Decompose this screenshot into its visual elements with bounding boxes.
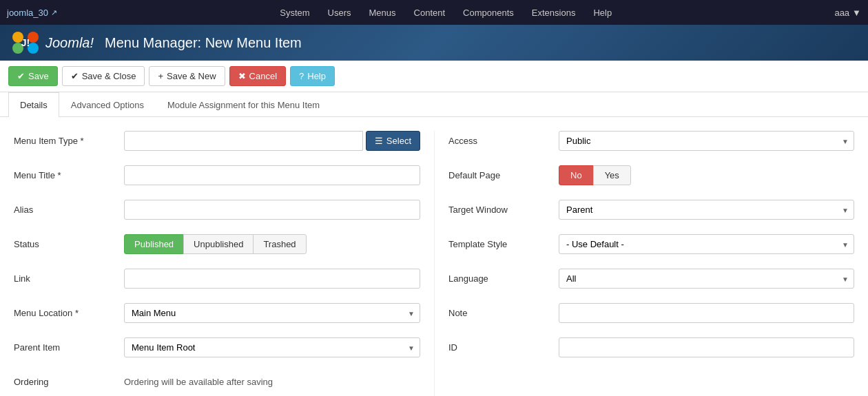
help-button[interactable]: ? Help <box>290 66 335 86</box>
menu-title-label: Menu Title * <box>14 165 124 180</box>
note-group: Note <box>448 303 854 326</box>
parent-item-group: Parent Item Menu Item Root ▼ <box>14 337 420 361</box>
username: aaa <box>834 8 849 18</box>
topbar-nav: System Users Menus Content Components Ex… <box>271 3 620 22</box>
alias-group: Alias <box>14 200 420 223</box>
menu-location-select-wrapper: Main Menu ▼ <box>124 303 420 323</box>
access-select-wrapper: Public Guest Registered Special Super Us… <box>559 131 854 151</box>
joomla-logo: J! Joomla! <box>11 30 94 55</box>
link-group: Link index.php?option=com_realestatema <box>14 269 420 292</box>
language-label: Language <box>448 269 559 284</box>
access-label: Access <box>448 131 559 146</box>
alias-input[interactable] <box>124 200 420 220</box>
default-page-no-button[interactable]: No <box>559 165 594 185</box>
nav-extensions[interactable]: Extensions <box>524 3 584 22</box>
nav-system[interactable]: System <box>271 3 318 22</box>
id-input[interactable]: 0 <box>559 337 854 357</box>
nav-menus[interactable]: Menus <box>361 3 404 22</box>
menu-item-type-group: Menu Item Type * All Categories ☰ Select <box>14 131 420 154</box>
status-published-button[interactable]: Published <box>124 234 184 254</box>
target-window-group: Target Window Parent New Window With Nav… <box>448 200 854 223</box>
toolbar: ✔ Save ✔ Save & Close + Save & New ✖ Can… <box>0 61 868 92</box>
link-label: Link <box>14 269 124 284</box>
access-select[interactable]: Public Guest Registered Special Super Us… <box>559 131 854 151</box>
status-unpublished-button[interactable]: Unpublished <box>183 234 254 254</box>
user-dropdown-icon: ▼ <box>852 8 861 18</box>
nav-content[interactable]: Content <box>406 3 454 22</box>
menu-item-type-input-group: All Categories ☰ Select <box>124 131 420 151</box>
menu-location-group: Menu Location * Main Menu ▼ <box>14 303 420 326</box>
left-column: Menu Item Type * All Categories ☰ Select… <box>14 131 434 396</box>
cancel-button[interactable]: ✖ Cancel <box>229 66 286 86</box>
default-page-group: Default Page No Yes <box>448 165 854 189</box>
topbar: joomla_30 ↗ System Users Menus Content C… <box>0 0 868 25</box>
nav-help[interactable]: Help <box>585 3 620 22</box>
topbar-left: joomla_30 ↗ <box>7 8 57 18</box>
page-title: Menu Manager: New Menu Item <box>105 35 302 51</box>
ordering-label: Ordering <box>14 372 124 387</box>
default-page-yes-button[interactable]: Yes <box>593 165 631 185</box>
right-column: Access Public Guest Registered Special S… <box>434 131 854 396</box>
save-close-icon: ✔ <box>71 71 79 81</box>
default-page-toggle: No Yes <box>559 165 854 185</box>
status-button-group: Published Unpublished Trashed <box>124 234 420 254</box>
joomla-logo-icon: J! <box>11 30 40 55</box>
template-style-label: Template Style <box>448 234 559 249</box>
external-link-icon: ↗ <box>51 8 57 17</box>
template-style-select[interactable]: - Use Default - <box>559 234 854 254</box>
alias-label: Alias <box>14 200 124 215</box>
template-style-select-wrapper: - Use Default - ▼ <box>559 234 854 254</box>
language-select[interactable]: All <box>559 269 854 289</box>
id-group: ID 0 <box>448 337 854 361</box>
save-new-icon: + <box>158 71 163 81</box>
user-menu[interactable]: aaa ▼ <box>834 8 861 18</box>
parent-item-label: Parent Item <box>14 337 124 353</box>
select-button[interactable]: ☰ Select <box>366 131 420 151</box>
nav-components[interactable]: Components <box>455 3 522 22</box>
save-new-button[interactable]: + Save & New <box>149 66 225 86</box>
help-icon: ? <box>299 71 304 81</box>
status-label: Status <box>14 234 124 249</box>
language-select-wrapper: All ▼ <box>559 269 854 289</box>
site-name-link[interactable]: joomla_30 <box>7 8 48 18</box>
note-input[interactable] <box>559 303 854 323</box>
header-band: J! Joomla! Menu Manager: New Menu Item <box>0 25 868 61</box>
save-close-button[interactable]: ✔ Save & Close <box>62 66 145 86</box>
ordering-text: Ordering will be available after saving <box>124 372 273 387</box>
parent-item-select-wrapper: Menu Item Root ▼ <box>124 337 420 357</box>
menu-location-select[interactable]: Main Menu <box>124 303 420 323</box>
target-window-select-wrapper: Parent New Window With Navigation New Wi… <box>559 200 854 220</box>
link-input[interactable]: index.php?option=com_realestatema <box>124 269 420 289</box>
note-label: Note <box>448 303 559 318</box>
menu-item-type-input[interactable]: All Categories <box>124 131 363 151</box>
select-icon: ☰ <box>375 136 383 146</box>
svg-text:J!: J! <box>21 37 30 48</box>
default-page-label: Default Page <box>448 165 559 180</box>
ordering-group: Ordering Ordering will be available afte… <box>14 372 420 395</box>
tab-advanced-options[interactable]: Advanced Options <box>59 92 156 117</box>
status-group: Status Published Unpublished Trashed <box>14 234 420 258</box>
language-group: Language All ▼ <box>448 269 854 292</box>
target-window-label: Target Window <box>448 200 559 215</box>
joomla-brand-text: Joomla! <box>45 35 94 51</box>
menu-title-input[interactable] <box>124 165 420 185</box>
save-button[interactable]: ✔ Save <box>8 66 58 86</box>
cancel-icon: ✖ <box>238 71 246 81</box>
menu-item-type-label: Menu Item Type * <box>14 131 124 146</box>
save-icon: ✔ <box>17 71 25 81</box>
tabs-bar: Details Advanced Options Module Assignme… <box>0 92 868 117</box>
menu-title-group: Menu Title * <box>14 165 420 189</box>
status-trashed-button[interactable]: Trashed <box>253 234 306 254</box>
tab-module-assignment[interactable]: Module Assignment for this Menu Item <box>156 92 331 117</box>
main-content: Menu Item Type * All Categories ☰ Select… <box>0 117 868 396</box>
target-window-select[interactable]: Parent New Window With Navigation New Wi… <box>559 200 854 220</box>
tab-details[interactable]: Details <box>8 92 59 117</box>
template-style-group: Template Style - Use Default - ▼ <box>448 234 854 258</box>
access-group: Access Public Guest Registered Special S… <box>448 131 854 154</box>
id-label: ID <box>448 337 559 353</box>
parent-item-select[interactable]: Menu Item Root <box>124 337 420 357</box>
menu-location-label: Menu Location * <box>14 303 124 318</box>
nav-users[interactable]: Users <box>320 3 360 22</box>
